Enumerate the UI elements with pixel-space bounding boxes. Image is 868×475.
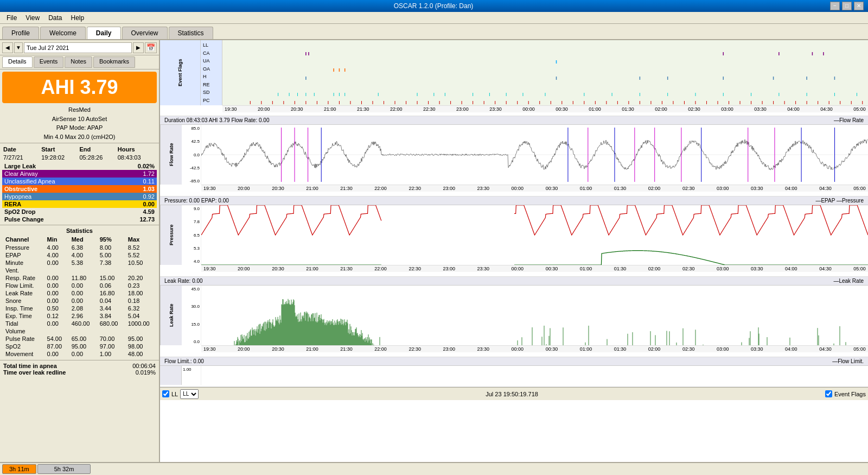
nav-dropdown-btn[interactable]: ▼ — [14, 42, 23, 53]
device-mode: PAP Mode: APAP — [2, 123, 157, 132]
col-date: Date — [3, 146, 41, 153]
pressure-chart: Pressure: 0.00 EPAP: 0.00 —EPAP —Pressur… — [160, 197, 868, 277]
ll-label: LL — [171, 391, 178, 397]
event-spo2-drop: SpO2 Drop4.59 — [2, 208, 157, 216]
leak-rate-canvas — [201, 286, 868, 345]
flow-rate-canvas — [201, 125, 868, 185]
ahi-value: AHI 3.79 — [41, 76, 118, 98]
nav-back-btn[interactable]: ◀ — [2, 42, 13, 53]
menu-view[interactable]: View — [21, 13, 44, 23]
bottom-right-controls: Event Flags — [825, 390, 866, 397]
time-segment-2[interactable]: 5h 32m — [37, 464, 91, 474]
session-values: 7/27/21 19:28:02 05:28:26 08:43:03 — [0, 154, 159, 161]
flow-rate-canvas-container — [201, 125, 868, 185]
main-content: ◀ ▼ ▶ 📅 Details Events Notes Bookmarks A… — [0, 40, 868, 462]
total-section: Total time in apnea 00:06:04 Time over l… — [3, 363, 156, 376]
bottom-left-controls: LL LL — [162, 389, 199, 399]
total-leak-label: Time over leak redline — [3, 369, 66, 376]
event-unclassified-apnea: Unclassified Apnea0.11 — [2, 178, 157, 185]
subtab-bookmarks[interactable]: Bookmarks — [93, 56, 135, 68]
event-flags-label: Event Flags — [160, 40, 201, 105]
nav-forward-btn[interactable]: ▶ — [133, 42, 144, 53]
leak-rate-chart: Leak Rate: 0.00 —Leak Rate Leak Rate 45.… — [160, 277, 868, 357]
menu-bar: File View Data Help — [0, 12, 868, 24]
pressure-canvas-container — [201, 205, 868, 265]
title-bar-title: OSCAR 1.2.0 (Profile: Dan) — [394, 0, 474, 12]
leak-rate-time-axis: 19:3020:0020:3021:0021:3022:0022:3023:00… — [201, 345, 868, 352]
event-flags-bottom-label: Event Flags — [834, 391, 866, 397]
subtab-notes[interactable]: Notes — [65, 56, 92, 68]
minimize-btn[interactable]: − — [830, 2, 840, 10]
flow-rate-axis-label: Flow Rate — [169, 143, 174, 167]
val-hours: 08:43:03 — [118, 154, 156, 161]
event-pulse-change: Pulse Change12.73 — [2, 216, 157, 223]
subtab-events[interactable]: Events — [34, 56, 64, 68]
event-flags-chart: Event Flags LL CA UA OA H RE SD PC — [160, 40, 868, 116]
flow-limit-chart: Flow Limit.: 0.00 —Flow Limit. 1.00 — [160, 357, 868, 387]
flag-re: RE — [203, 82, 220, 87]
flag-ll: LL — [203, 42, 220, 48]
event-flags-time-axis: 19:3020:0020:3021:0021:3022:0022:3023:00… — [222, 105, 868, 112]
pressure-legend: —EPAP —Pressure — [815, 198, 864, 204]
right-panel: Event Flags LL CA UA OA H RE SD PC — [160, 40, 868, 462]
total-apnea-label: Total time in apnea — [3, 363, 57, 369]
flag-ua: UA — [203, 58, 220, 64]
menu-file[interactable]: File — [2, 13, 21, 23]
val-end: 05:28:26 — [80, 154, 118, 161]
date-input[interactable] — [24, 42, 132, 53]
close-btn[interactable]: ✕ — [854, 2, 864, 10]
device-pressure: Min 4.0 Max 20.0 (cmH2O) — [2, 132, 157, 142]
time-segment-1[interactable]: 3h 11m — [2, 464, 36, 474]
flag-h: H — [203, 74, 220, 79]
tab-profile[interactable]: Profile — [2, 27, 39, 39]
col-start: Start — [41, 146, 79, 153]
sub-tab-bar: Details Events Notes Bookmarks — [0, 55, 159, 69]
device-model: AirSense 10 AutoSet — [2, 115, 157, 124]
left-scrollable[interactable]: AHI 3.79 ResMed AirSense 10 AutoSet PAP … — [0, 69, 159, 462]
maximize-btn[interactable]: □ — [842, 2, 852, 10]
session-headers: Date Start End Hours — [0, 145, 159, 154]
flow-rate-header: Duration 08:43:03 AHI 3.79 Flow Rate: 0.… — [164, 117, 269, 123]
leak-rate-header: Leak Rate: 0.00 — [164, 278, 203, 284]
leak-rate-legend: —Leak Rate — [833, 278, 864, 284]
nav-cal-btn[interactable]: 📅 — [145, 42, 157, 53]
total-leak-value: 0.019% — [136, 369, 156, 376]
tab-welcome[interactable]: Welcome — [40, 27, 86, 39]
total-leak-row: Time over leak redline 0.019% — [3, 369, 156, 376]
flags-svg — [222, 40, 868, 105]
ll-checkbox[interactable] — [162, 390, 169, 397]
total-apnea-row: Total time in apnea 00:06:04 — [3, 363, 156, 369]
stats-table: ChannelMinMed95%Max Pressure4.006.388.00… — [2, 235, 157, 358]
val-start: 19:28:02 — [41, 154, 79, 161]
menu-help[interactable]: Help — [67, 13, 89, 23]
nav-bar: ◀ ▼ ▶ 📅 — [0, 40, 159, 55]
flow-limit-header: Flow Limit.: 0.00 — [164, 358, 204, 364]
event-flags-checkbox[interactable] — [825, 390, 832, 397]
flow-limit-legend: —Flow Limit. — [832, 358, 864, 364]
flow-rate-time-axis: 19:3020:0020:3021:0021:3022:0022:3023:00… — [201, 185, 868, 192]
pressure-time-axis: 19:3020:0020:3021:0021:3022:0022:3023:00… — [201, 265, 868, 272]
val-date: 7/27/21 — [3, 154, 41, 161]
flags-content — [222, 40, 868, 105]
bottom-bar: 3h 11m 5h 32m — [0, 462, 868, 475]
event-flags-axis-label: Event Flags — [177, 59, 183, 87]
event-clear-airway: Clear Airway1.72 — [2, 170, 157, 178]
menu-data[interactable]: Data — [44, 13, 66, 23]
tab-overview[interactable]: Overview — [122, 27, 168, 39]
flow-rate-chart: Duration 08:43:03 AHI 3.79 Flow Rate: 0.… — [160, 116, 868, 197]
bottom-timestamp: Jul 23 19:50:19.718 — [486, 391, 538, 397]
device-brand: ResMed — [2, 105, 157, 115]
flow-limit-canvas-container — [201, 366, 868, 385]
pressure-axis-label: Pressure — [169, 225, 174, 246]
event-rera: RERA0.00 — [2, 200, 157, 208]
left-panel: ◀ ▼ ▶ 📅 Details Events Notes Bookmarks A… — [0, 40, 160, 462]
tab-daily[interactable]: Daily — [87, 27, 121, 39]
tab-statistics[interactable]: Statistics — [169, 27, 213, 39]
pressure-canvas — [201, 205, 868, 265]
ll-dropdown[interactable]: LL — [180, 389, 199, 399]
ahi-box: AHI 3.79 — [2, 72, 157, 103]
device-info: ResMed AirSense 10 AutoSet PAP Mode: APA… — [2, 105, 157, 141]
stats-section: Statistics ChannelMinMed95%Max Pressure4… — [2, 227, 157, 358]
subtab-details[interactable]: Details — [2, 56, 33, 68]
main-tab-bar: Profile Welcome Daily Overview Statistic… — [0, 24, 868, 40]
